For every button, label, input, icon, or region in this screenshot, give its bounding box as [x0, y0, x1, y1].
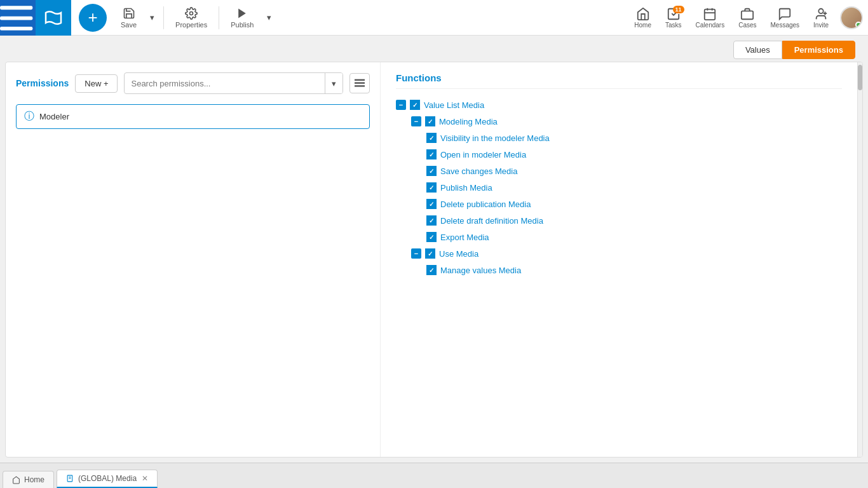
search-input[interactable] [125, 75, 325, 92]
tree-item-delete-publication[interactable]: Delete publication Media [426, 196, 842, 212]
top-navigation: + Save ▾ Properties Publish ▾ Home [0, 0, 868, 36]
functions-title: Functions [396, 72, 842, 89]
svg-rect-15 [355, 85, 365, 86]
modeler-label: Modeler [39, 112, 69, 121]
calendars-nav-button[interactable]: Calendars [689, 4, 731, 31]
publish-button[interactable]: Publish [224, 4, 260, 31]
checkbox-value-list-media[interactable] [410, 100, 420, 110]
home-nav-button[interactable]: Home [628, 4, 658, 31]
tree-label-value-list-media: Value List Media [424, 100, 484, 110]
tree-item-modeling-media[interactable]: −Modeling Media [411, 113, 842, 130]
collapse-btn-modeling-media[interactable]: − [411, 116, 421, 126]
content-area: Values Permissions Permissions New + ▾ [0, 36, 868, 488]
properties-button[interactable]: Properties [169, 4, 214, 31]
checkbox-manage-values[interactable] [426, 265, 437, 275]
scroll-thumb[interactable] [858, 65, 862, 90]
app-logo [36, 0, 71, 36]
checkbox-delete-draft[interactable] [426, 215, 437, 226]
avatar[interactable] [840, 6, 863, 29]
tree-label-modeling-media: Modeling Media [439, 117, 498, 126]
right-tab-bar: Values Permissions [5, 41, 855, 59]
search-dropdown-button[interactable]: ▾ [325, 73, 342, 93]
nav-right: Home 11 Tasks Calendars Cases Messages I… [628, 4, 863, 31]
svg-rect-5 [705, 9, 715, 20]
tree-label-delete-publication: Delete publication Media [440, 200, 531, 209]
values-tab[interactable]: Values [733, 41, 782, 59]
checkbox-use-media[interactable] [425, 248, 435, 259]
tree-item-open-in-modeler[interactable]: Open in modeler Media [426, 146, 842, 163]
checkbox-modeling-media[interactable] [425, 116, 435, 126]
tree-item-delete-draft[interactable]: Delete draft definition Media [426, 212, 842, 229]
svg-rect-13 [355, 79, 365, 81]
online-indicator [855, 22, 862, 28]
scroll-track [857, 62, 862, 457]
save-dropdown[interactable]: ▾ [146, 6, 158, 29]
svg-rect-9 [742, 11, 753, 19]
page-content: Values Permissions Permissions New + ▾ [0, 36, 868, 463]
tree-label-manage-values: Manage values Media [440, 266, 521, 275]
modeler-row[interactable]: ⓘ Modeler [16, 104, 370, 129]
svg-point-3 [190, 11, 193, 15]
tree-label-open-in-modeler: Open in modeler Media [440, 150, 526, 159]
tree-item-save-changes[interactable]: Save changes Media [426, 163, 842, 179]
tree-label-delete-draft: Delete draft definition Media [440, 216, 543, 226]
add-button[interactable]: + [79, 4, 107, 32]
checkbox-publish-media[interactable] [426, 182, 437, 193]
tree-label-use-media: Use Media [439, 249, 478, 259]
list-view-button[interactable] [349, 73, 370, 93]
tree-item-export-media[interactable]: Export Media [426, 229, 842, 245]
checkbox-export-media[interactable] [426, 232, 437, 242]
tree-item-publish-media[interactable]: Publish Media [426, 179, 842, 196]
global-media-tab[interactable]: (GLOBAL) Media ✕ [57, 470, 158, 488]
home-tab[interactable]: Home [3, 471, 54, 488]
save-button[interactable]: Save [114, 4, 143, 31]
tree-label-visibility: Visibility in the modeler Media [440, 133, 550, 143]
tasks-nav-button[interactable]: 11 Tasks [659, 4, 688, 31]
publish-dropdown[interactable]: ▾ [262, 6, 275, 29]
toolbar: Save ▾ Properties Publish ▾ [114, 4, 628, 31]
checkbox-open-in-modeler[interactable] [426, 149, 437, 159]
tree-item-manage-values[interactable]: Manage values Media [426, 262, 842, 278]
right-panel: Functions −Value List Media−Modeling Med… [386, 62, 852, 457]
functions-tree: −Value List Media−Modeling MediaVisibili… [396, 97, 842, 278]
left-panel: Permissions New + ▾ [6, 62, 381, 457]
collapse-btn-use-media[interactable]: − [411, 248, 421, 259]
svg-rect-1 [0, 16, 32, 20]
tree-label-save-changes: Save changes Media [440, 166, 517, 176]
svg-rect-14 [355, 82, 365, 83]
messages-nav-button[interactable]: Messages [764, 4, 806, 31]
svg-rect-0 [0, 6, 32, 10]
info-icon: ⓘ [24, 110, 34, 123]
tree-item-visibility[interactable]: Visibility in the modeler Media [426, 130, 842, 146]
search-box: ▾ [124, 72, 343, 94]
collapse-btn-value-list-media[interactable]: − [396, 100, 406, 110]
left-panel-header: Permissions New + ▾ [16, 72, 370, 94]
checkbox-delete-publication[interactable] [426, 199, 437, 209]
main-panel: Permissions New + ▾ [5, 62, 863, 458]
checkbox-save-changes[interactable] [426, 166, 437, 176]
tree-label-publish-media: Publish Media [440, 183, 492, 193]
svg-marker-4 [238, 8, 246, 18]
tree-item-use-media[interactable]: −Use Media [411, 245, 842, 262]
hamburger-menu[interactable] [0, 0, 36, 36]
invite-nav-button[interactable]: Invite [807, 4, 835, 31]
svg-point-10 [818, 8, 823, 13]
svg-rect-2 [0, 27, 32, 30]
tree-label-export-media: Export Media [440, 233, 489, 242]
permissions-tab[interactable]: Permissions [782, 41, 855, 59]
tree-item-value-list-media[interactable]: −Value List Media [396, 97, 842, 113]
permissions-heading: Permissions [16, 78, 69, 88]
bottom-tab-bar: Home (GLOBAL) Media ✕ [0, 463, 868, 488]
close-tab-button[interactable]: ✕ [142, 474, 148, 483]
new-button[interactable]: New + [75, 74, 118, 93]
cases-nav-button[interactable]: Cases [732, 4, 763, 31]
checkbox-visibility[interactable] [426, 133, 437, 143]
